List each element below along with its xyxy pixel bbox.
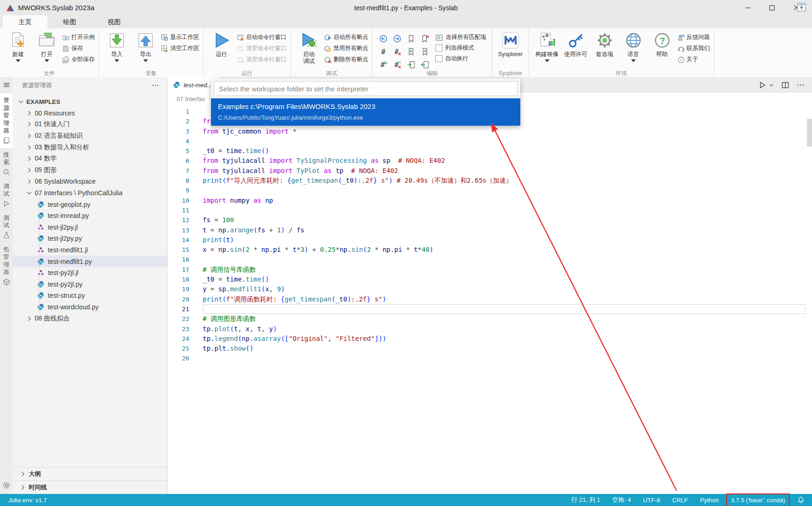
run-dropdown-icon[interactable] [769,83,774,88]
ribbon-button-关于[interactable]: 关于 [678,55,710,64]
run-file-icon[interactable] [758,81,766,89]
ribbon-button-bookmark-prev[interactable] [407,47,416,56]
ribbon-button-显示工作区[interactable]: 显示工作区 [161,32,199,42]
maximize-button[interactable] [760,0,784,15]
tree-folder[interactable]: 03 数据导入和分析 [13,141,167,153]
activity-item-资源管理器[interactable]: 资源管理器 [0,93,13,148]
help-icon: ? [653,31,671,50]
sidebar-section-时间线[interactable]: 时间线 [13,480,167,494]
ribbon-button-语言[interactable]: 语言 [619,30,648,62]
tree-file[interactable]: test-medfilt1.jl [13,244,167,256]
status-item[interactable]: Python [700,497,719,504]
collapse-ribbon-icon[interactable] [797,2,806,12]
status-item[interactable]: UTF-8 [643,497,660,504]
repl-start-icon [237,34,244,41]
tree-file[interactable]: test-jl2py.py [13,233,167,244]
tree-root-examples[interactable]: EXAMPLES [13,96,167,108]
tree-file[interactable]: test-py2jl.jl [13,267,167,279]
tree-file[interactable]: test-struct.py [13,290,167,301]
ribbon-button-启动调试[interactable]: 启动 调试 [294,30,323,65]
code-area[interactable]: 12from time import time3from tjc_common … [168,105,806,494]
ribbon-button-Sysplorer[interactable]: Sysplorer [496,30,525,58]
status-item[interactable]: CRLF [672,497,688,504]
activity-item-调试[interactable]: 调试 [0,179,13,211]
ribbon-tab-主页[interactable]: 主页 [3,15,47,28]
settings-gear-icon[interactable] [2,481,10,489]
tree-folder-expanded[interactable]: 07 Interfaces \ PythonCallJulia [13,187,167,199]
ribbon-button-保存[interactable]: 保存 [62,44,95,53]
activity-item-测试[interactable]: 测试 [0,211,13,243]
ribbon-button-bookmark[interactable] [407,34,416,43]
ribbon-toggle-选择所有匹配项[interactable]: 选择所有匹配项 [435,33,486,41]
tree-file[interactable]: test-py2jl.py [13,279,167,290]
ribbon-toggle-列选择模式[interactable]: 列选择模式 [435,44,486,52]
ribbon-button-反馈问题[interactable]: 反馈问题 [678,32,710,42]
ribbon-button-label: 全部保存 [71,56,95,64]
ribbon-button-hash-x[interactable]: # [393,47,402,56]
tree-folder[interactable]: 08 曲线拟合 [13,313,167,324]
ribbon-toggle-自动换行[interactable]: 自动换行 [435,55,486,63]
ribbon-button-nav-back[interactable] [379,34,388,43]
ribbon-button-doc-in[interactable] [407,60,416,69]
activity-item-搜索[interactable]: 搜索 [0,148,13,179]
tree-folder[interactable]: 04 数学 [13,153,167,165]
quickpick-selected-item[interactable]: Examples c:\Program Files\MWORKS.Syslab … [211,98,520,126]
status-item[interactable]: 行 21, 列 1 [571,496,600,504]
ribbon-button-导出[interactable]: 导出 [131,30,160,62]
ribbon-button-导入[interactable]: 导入 [102,30,131,62]
ribbon-button-全部保存[interactable]: 全部保存 [62,55,95,64]
scrollbar-thumb[interactable] [807,119,812,147]
ribbon-button-hash-x2[interactable]: # [393,60,402,69]
ribbon-group-label: 编辑 [372,70,492,77]
ribbon-button-禁用所有断点[interactable]: 禁用所有断点 [324,44,368,53]
ribbon-button-启动所有断点[interactable]: 启动所有断点 [324,32,368,42]
ribbon-button-使用许可[interactable]: 使用许可 [562,30,590,58]
ribbon-button-联系我们[interactable]: 联系我们 [678,44,710,53]
tree-folder[interactable]: 05 图形 [13,165,167,176]
tree-file[interactable]: test-medfilt1.py [13,256,167,267]
ribbon-tab-绘图[interactable]: 绘图 [47,15,92,28]
ribbon-button-bookmark-next[interactable] [421,47,429,56]
ribbon-button-doc-out[interactable] [421,60,429,69]
more-actions-icon[interactable] [152,82,159,89]
ribbon-button-帮助[interactable]: ?帮助 [648,30,677,58]
title-bar: MWORKS.Syslab 2023a test-medfilt1.py - E… [0,0,812,15]
tree-file[interactable]: test-wordcloud.py [13,301,167,313]
status-item[interactable]: 空格: 4 [612,496,631,504]
minimize-button[interactable] [736,0,760,15]
ribbon-button-打开示例[interactable]: 打开示例 [62,32,95,42]
tree-folder[interactable]: 01 快速入门 [13,119,167,130]
ribbon-button-构建映像[interactable]: 构建映像 [533,30,562,62]
sidebar-section-大纲[interactable]: 大纲 [13,467,167,480]
ribbon-button-删除所有断点[interactable]: 删除所有断点 [324,55,368,64]
code-line-16: 16 [168,255,806,264]
ribbon-button-启动命令行窗口[interactable]: 启动命令行窗口 [237,32,287,42]
split-editor-icon[interactable] [781,81,789,89]
quickpick-input[interactable]: Select the workspace folder to set the i… [214,81,518,96]
ribbon-button-清空工作区[interactable]: 清空工作区 [161,44,199,53]
ribbon-button-hash[interactable]: # [379,47,388,56]
ribbon-button-hash-eq[interactable]: # [379,60,388,69]
python-interpreter-status[interactable]: 3.7.5 ('base': conda) [731,497,785,504]
tree-folder[interactable]: 00 Resources [13,108,167,119]
search-act-icon [3,168,10,176]
ribbon-button-新建[interactable]: 新建 [4,30,32,62]
more-actions-icon[interactable] [797,81,805,89]
ribbon-button-首选项[interactable]: 首选项 [590,30,619,58]
tree-file[interactable]: test-imread.py [13,210,167,222]
tree-folder[interactable]: 02 语言基础知识 [13,130,167,142]
checkbox-icon[interactable] [435,45,442,51]
tree-file[interactable]: test-geoplot.py [13,199,167,210]
tree-file[interactable]: test-jl2py.jl [13,222,167,233]
checkbox-icon[interactable] [435,55,442,62]
ribbon-button-运行[interactable]: 运行 [207,30,236,58]
julia-env-status[interactable]: Julia env: v1.7 [0,497,47,504]
ribbon-tab-视图[interactable]: 视图 [92,15,136,28]
ribbon-button-bookmark-x[interactable] [421,34,429,43]
activity-item-包管理器[interactable]: 包管理器 [0,243,13,289]
bell-icon[interactable] [797,496,805,504]
tree-folder[interactable]: 06 SyslabWorkspace [13,176,167,187]
ribbon-button-打开[interactable]: 打开 [32,30,61,62]
ribbon-button-nav-fwd[interactable] [393,34,402,43]
menu-icon[interactable] [3,81,10,89]
